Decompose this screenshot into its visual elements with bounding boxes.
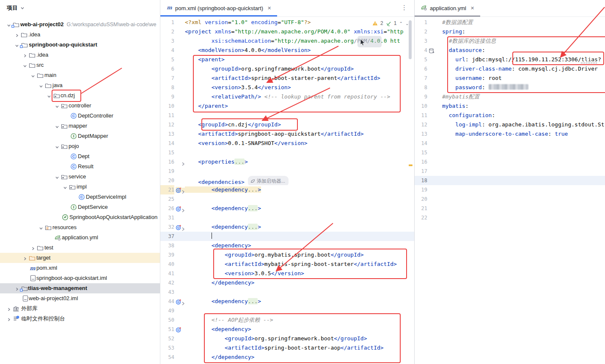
- pom-code-area[interactable]: 1<?xml version="1.0" encoding="UTF-8"?>2…: [160, 17, 414, 362]
- tree-item-.idea[interactable]: .idea: [0, 50, 160, 60]
- tree-item-springboot-aop-quickstart.iml[interactable]: springboot-aop-quickstart.iml: [0, 273, 160, 283]
- chevron-down-icon[interactable]: [30, 72, 36, 78]
- tree-item-mapper[interactable]: mapper: [0, 121, 160, 131]
- gutter[interactable]: 16: [415, 157, 432, 167]
- gutter[interactable]: 17: [415, 167, 432, 176]
- add-starters-inlay-hint[interactable]: 添加启动器...: [248, 176, 289, 185]
- tree-item-临时文件和控制台[interactable]: 临时文件和控制台: [0, 314, 160, 324]
- chevron-right-icon[interactable]: [22, 255, 28, 261]
- gutter[interactable]: 3: [160, 36, 185, 46]
- gutter[interactable]: 14: [160, 139, 185, 148]
- chevron-down-icon[interactable]: [14, 42, 20, 48]
- tree-item-pojo[interactable]: pojo: [0, 141, 160, 151]
- chevron-down-icon[interactable]: [22, 62, 28, 68]
- gutter[interactable]: 13: [415, 129, 432, 139]
- gutter[interactable]: 1: [415, 18, 432, 27]
- gutter[interactable]: 1: [160, 18, 185, 27]
- tree-item-src[interactable]: src: [0, 60, 160, 70]
- gutter[interactable]: 7: [415, 74, 432, 83]
- tree-item-tlias-web-management[interactable]: tlias-web-management: [0, 283, 160, 293]
- chevron-right-icon[interactable]: [30, 245, 36, 251]
- chevron-down-icon[interactable]: [62, 184, 68, 190]
- fold-expand-icon[interactable]: [181, 188, 185, 192]
- tree-item-target[interactable]: target: [0, 253, 160, 263]
- gutter[interactable]: 22: [415, 213, 432, 222]
- maven-dependency-icon[interactable]: [176, 298, 182, 304]
- inspection-widget[interactable]: 2 1 ⌃ ⌃: [371, 19, 410, 27]
- chevron-right-icon[interactable]: [14, 32, 20, 38]
- project-tool-header[interactable]: 项目: [7, 4, 25, 12]
- tree-item-main[interactable]: main: [0, 70, 160, 80]
- tree-item-service[interactable]: service: [0, 172, 160, 182]
- gutter[interactable]: 16: [160, 157, 185, 167]
- gutter[interactable]: 41: [160, 269, 185, 278]
- chevron-down-icon[interactable]: [46, 93, 52, 99]
- gutter[interactable]: 21: [160, 185, 185, 194]
- tree-item-pom.xml[interactable]: mpom.xml: [0, 263, 160, 273]
- tree-item-controller[interactable]: controller: [0, 101, 160, 111]
- gutter[interactable]: 42: [160, 278, 185, 287]
- gutter[interactable]: 38: [160, 241, 185, 250]
- gutter[interactable]: 13: [160, 129, 185, 139]
- tree-item-外部库[interactable]: 外部库: [0, 304, 160, 314]
- gutter[interactable]: 20: [415, 194, 432, 204]
- chevron-down-icon[interactable]: [38, 82, 44, 88]
- chevron-down-icon[interactable]: [54, 103, 60, 109]
- gutter[interactable]: 14: [415, 139, 432, 148]
- tree-item-web-ai-project02[interactable]: web-ai-project02G:\workspace\duSSM\web-a…: [0, 19, 160, 30]
- yml-code-area[interactable]: 1#数据源配置2spring:3 #数据库的连接信息4 datasource:5…: [415, 17, 605, 222]
- gutter[interactable]: 8: [415, 83, 432, 92]
- tree-item-DeptController[interactable]: CDeptController: [0, 111, 160, 121]
- database-icon[interactable]: [429, 47, 434, 53]
- chevron-down-icon[interactable]: [54, 174, 60, 180]
- tree-item-cn.dzj[interactable]: cn.dzj: [0, 90, 160, 101]
- error-stripe[interactable]: [408, 18, 414, 364]
- gutter[interactable]: 6: [415, 64, 432, 74]
- gutter[interactable]: 11: [415, 111, 432, 120]
- tree-item-SpringbootAopQuickstartApplication[interactable]: SpringbootAopQuickstartApplication: [0, 212, 160, 222]
- maven-dependency-icon[interactable]: [176, 326, 182, 332]
- fold-expand-icon[interactable]: [181, 299, 185, 304]
- gutter[interactable]: 4: [160, 46, 185, 55]
- tree-item-Dept[interactable]: CDept: [0, 151, 160, 161]
- gutter[interactable]: 31: [160, 213, 185, 222]
- gutter[interactable]: 7: [160, 74, 185, 83]
- gutter[interactable]: 15: [415, 148, 432, 157]
- tree-item-test[interactable]: test: [0, 243, 160, 253]
- gutter[interactable]: 12: [415, 120, 432, 129]
- tree-item-web-ai-project02.iml[interactable]: web-ai-project02.iml: [0, 293, 160, 304]
- gutter[interactable]: 6: [160, 64, 185, 74]
- gutter[interactable]: 44: [160, 297, 185, 306]
- gutter[interactable]: 15: [160, 148, 185, 157]
- gutter[interactable]: 19: [160, 167, 185, 176]
- gutter[interactable]: 52: [160, 334, 185, 343]
- gutter[interactable]: 39: [160, 250, 185, 260]
- close-icon[interactable]: ✕: [470, 5, 474, 11]
- fold-expand-icon[interactable]: [181, 160, 185, 164]
- close-icon[interactable]: ✕: [267, 5, 271, 11]
- tree-item-DeptService[interactable]: IDeptService: [0, 202, 160, 212]
- gutter[interactable]: 5: [415, 55, 432, 64]
- chevron-right-icon[interactable]: [6, 306, 12, 312]
- tab-options-icon[interactable]: ⋮: [401, 4, 407, 11]
- tree-item-Result[interactable]: CResult: [0, 161, 160, 172]
- gutter[interactable]: 11: [160, 111, 185, 120]
- gutter[interactable]: 18: [415, 176, 432, 185]
- fold-expand-icon[interactable]: [181, 206, 185, 211]
- gutter[interactable]: 10: [415, 101, 432, 111]
- tree-item-DeptMapper[interactable]: IDeptMapper: [0, 131, 160, 141]
- gutter[interactable]: 40: [160, 260, 185, 269]
- gutter[interactable]: 53: [160, 343, 185, 353]
- gutter[interactable]: 37: [160, 232, 185, 241]
- gutter[interactable]: 4: [415, 46, 432, 55]
- gutter[interactable]: 10: [160, 101, 185, 111]
- tree-item-.idea[interactable]: .idea: [0, 30, 160, 40]
- gutter[interactable]: 8: [160, 83, 185, 92]
- gutter[interactable]: 49: [160, 306, 185, 315]
- tab-application-yml[interactable]: application.yml ✕: [415, 0, 480, 16]
- chevron-down-icon[interactable]: [54, 123, 60, 129]
- warning-stripe-mark[interactable]: [409, 164, 412, 166]
- chevron-down-icon[interactable]: [54, 143, 60, 149]
- chevron-down-icon[interactable]: [38, 224, 44, 230]
- gutter[interactable]: 32: [160, 222, 185, 232]
